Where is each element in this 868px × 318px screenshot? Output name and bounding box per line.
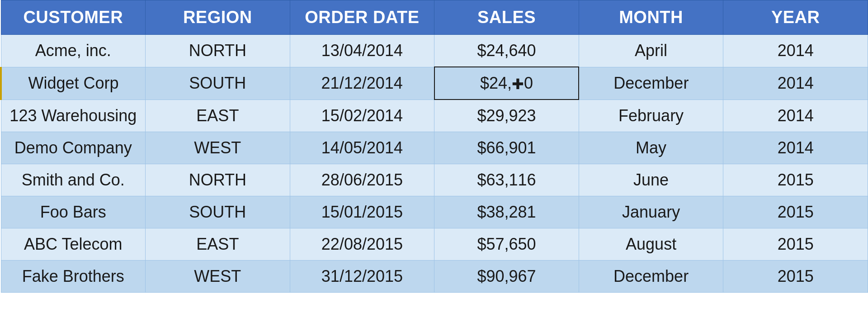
cell-sales[interactable]: $57,650 xyxy=(434,228,579,261)
cell-sales[interactable]: $90,967 xyxy=(434,261,579,293)
cell-year[interactable]: 2014 xyxy=(723,35,868,67)
table-row[interactable]: Smith and Co.NORTH28/06/2015$63,116June2… xyxy=(1,164,868,196)
spreadsheet-table: CUSTOMER REGION ORDER DATE SALES MONTH Y… xyxy=(0,0,868,293)
cell-month[interactable]: April xyxy=(579,35,723,67)
header-month: MONTH xyxy=(579,0,723,35)
cell-region[interactable]: NORTH xyxy=(146,164,290,196)
cell-year[interactable]: 2015 xyxy=(723,228,868,261)
cell-region[interactable]: SOUTH xyxy=(146,196,290,228)
cell-month[interactable]: December xyxy=(579,67,723,100)
cell-month[interactable]: August xyxy=(579,228,723,261)
cell-customer[interactable]: Smith and Co. xyxy=(1,164,146,196)
cell-order_date[interactable]: 15/01/2015 xyxy=(290,196,434,228)
header-order-date: ORDER DATE xyxy=(290,0,434,35)
cell-customer[interactable]: Fake Brothers xyxy=(1,261,146,293)
cell-order_date[interactable]: 31/12/2015 xyxy=(290,261,434,293)
cell-region[interactable]: EAST xyxy=(146,100,290,132)
cell-sales[interactable]: $29,923 xyxy=(434,100,579,132)
cell-year[interactable]: 2014 xyxy=(723,100,868,132)
cell-region[interactable]: WEST xyxy=(146,261,290,293)
cell-region[interactable]: EAST xyxy=(146,228,290,261)
cell-customer[interactable]: 123 Warehousing xyxy=(1,100,146,132)
cell-year[interactable]: 2015 xyxy=(723,196,868,228)
cell-order_date[interactable]: 14/05/2014 xyxy=(290,132,434,164)
cell-region[interactable]: NORTH xyxy=(146,35,290,67)
cell-sales[interactable]: $38,281 xyxy=(434,196,579,228)
cell-order_date[interactable]: 28/06/2015 xyxy=(290,164,434,196)
cell-order_date[interactable]: 22/08/2015 xyxy=(290,228,434,261)
table-header-row: CUSTOMER REGION ORDER DATE SALES MONTH Y… xyxy=(1,0,868,35)
table-row[interactable]: 123 WarehousingEAST15/02/2014$29,923Febr… xyxy=(1,100,868,132)
cell-year[interactable]: 2014 xyxy=(723,132,868,164)
cell-order_date[interactable]: 15/02/2014 xyxy=(290,100,434,132)
header-customer: CUSTOMER xyxy=(1,0,146,35)
cell-sales[interactable]: $63,116 xyxy=(434,164,579,196)
cell-customer[interactable]: ABC Telecom xyxy=(1,228,146,261)
cell-month[interactable]: January xyxy=(579,196,723,228)
cell-sales[interactable]: $66,901 xyxy=(434,132,579,164)
cell-year[interactable]: 2015 xyxy=(723,261,868,293)
cell-order_date[interactable]: 21/12/2014 xyxy=(290,67,434,100)
cell-region[interactable]: WEST xyxy=(146,132,290,164)
cell-customer[interactable]: Acme, inc. xyxy=(1,35,146,67)
header-sales: SALES xyxy=(434,0,579,35)
header-region: REGION xyxy=(146,0,290,35)
cell-year[interactable]: 2014 xyxy=(723,67,868,100)
cell-customer[interactable]: Demo Company xyxy=(1,132,146,164)
table-row[interactable]: Widget CorpSOUTH21/12/2014$24,✚0December… xyxy=(1,67,868,100)
cell-month[interactable]: December xyxy=(579,261,723,293)
header-year: YEAR xyxy=(723,0,868,35)
cell-order_date[interactable]: 13/04/2014 xyxy=(290,35,434,67)
cell-sales[interactable]: $24,640 xyxy=(434,35,579,67)
table-row[interactable]: ABC TelecomEAST22/08/2015$57,650August20… xyxy=(1,228,868,261)
table-row[interactable]: Demo CompanyWEST14/05/2014$66,901May2014 xyxy=(1,132,868,164)
table-row[interactable]: Foo BarsSOUTH15/01/2015$38,281January201… xyxy=(1,196,868,228)
cell-sales[interactable]: $24,✚0 xyxy=(434,67,579,100)
cell-year[interactable]: 2015 xyxy=(723,164,868,196)
table-row[interactable]: Fake BrothersWEST31/12/2015$90,967Decemb… xyxy=(1,261,868,293)
cell-customer[interactable]: Widget Corp xyxy=(1,67,146,100)
cell-month[interactable]: February xyxy=(579,100,723,132)
cell-month[interactable]: May xyxy=(579,132,723,164)
cell-customer[interactable]: Foo Bars xyxy=(1,196,146,228)
table-row[interactable]: Acme, inc.NORTH13/04/2014$24,640April201… xyxy=(1,35,868,67)
cell-month[interactable]: June xyxy=(579,164,723,196)
cell-region[interactable]: SOUTH xyxy=(146,67,290,100)
